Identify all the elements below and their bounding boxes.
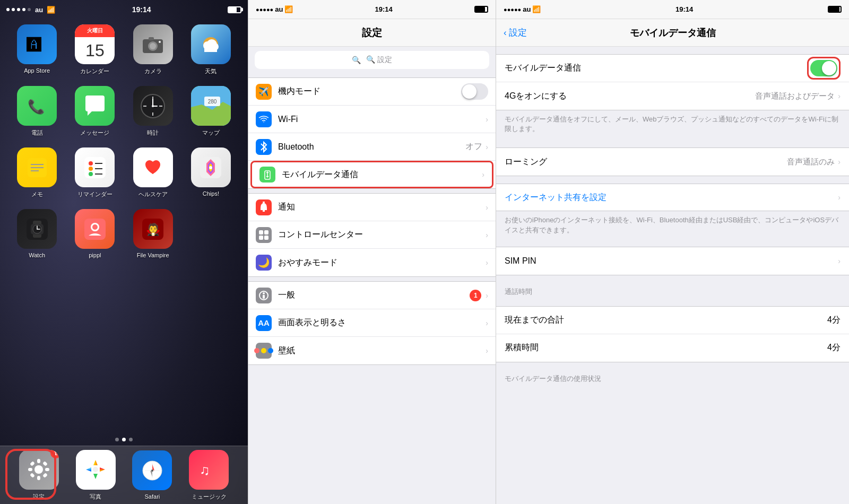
settings-search-area: 🔍 🔍 設定 [248, 47, 496, 73]
settings-title: 設定 [362, 26, 382, 40]
pippl-icon [75, 209, 115, 249]
svg-text:📞: 📞 [28, 98, 45, 115]
general-chevron: › [486, 291, 488, 300]
signal-dot2 [12, 8, 15, 11]
svg-rect-83 [263, 295, 265, 299]
calendar-day: 火曜日 [75, 24, 115, 37]
app-reminders[interactable]: リマインダー [68, 147, 121, 198]
svg-point-31 [89, 172, 93, 176]
camera-label: カメラ [144, 67, 162, 75]
app-maps[interactable]: 280 マップ [185, 86, 237, 137]
app-watch[interactable]: Watch [11, 209, 63, 258]
app-calendar[interactable]: 火曜日 15 カレンダー [68, 24, 121, 75]
mobile-data-chevron: › [482, 170, 484, 179]
detail-group-sim: SIM PIN › [496, 247, 849, 275]
music-label: ミュージック [192, 493, 227, 501]
stat-value-1: 4分 [827, 342, 841, 353]
back-button[interactable]: ‹ 設定 [504, 27, 527, 39]
app-clock[interactable]: 時計 [127, 86, 179, 137]
internet-sharing-row[interactable]: インターネット共有を設定 › [496, 184, 849, 211]
app-chips[interactable]: Chips! [185, 147, 237, 198]
app-filevampire[interactable]: 🧛 File Vampire [127, 209, 179, 258]
detail-row-simpin[interactable]: SIM PIN › [496, 247, 849, 275]
battery-fill [229, 7, 237, 12]
detail-carrier-left: ●●●●● au 📶 [504, 5, 541, 13]
dock-photos[interactable]: 写真 [76, 450, 116, 501]
page-dots [0, 433, 248, 446]
notifications-icon [256, 199, 272, 215]
svg-rect-10 [204, 48, 217, 52]
general-badge: 1 [470, 290, 481, 301]
page-dot-1 [115, 438, 119, 441]
app-camera[interactable]: カメラ [127, 24, 179, 75]
settings-row-mobile[interactable]: モバイルデータ通信 › [250, 161, 493, 188]
home-time: 19:14 [132, 5, 151, 14]
notes-label: メモ [31, 190, 43, 198]
svg-rect-61 [42, 473, 48, 478]
app-appstore[interactable]: 🅰 App Store [11, 24, 63, 75]
svg-point-20 [152, 105, 154, 107]
dnd-chevron: › [486, 258, 488, 267]
settings-row-wifi[interactable]: Wi-Fi › [248, 106, 496, 133]
app-pippl[interactable]: pippl [68, 209, 121, 258]
settings-row-dnd[interactable]: 🌙 おやすみモード › [248, 249, 496, 276]
stat-value-0: 4分 [827, 315, 841, 326]
settings-row-airplane[interactable]: ✈️ 機内モード [248, 78, 496, 106]
mobile-data-label: モバイルデータ通信 [282, 169, 482, 180]
chips-icon [191, 147, 231, 187]
settings-row-bluetooth[interactable]: Bluetooth オフ › [248, 133, 496, 161]
settings-badge: 1 [50, 450, 59, 458]
app-messages[interactable]: メッセージ [68, 86, 121, 137]
mobile-data-toggle[interactable] [810, 60, 837, 76]
app-health[interactable]: ヘルスケア [127, 147, 179, 198]
detail-page-title: モバイルデータ通信 [630, 27, 716, 39]
svg-rect-78 [264, 230, 268, 234]
photos-icon [76, 450, 116, 490]
watch-icon [17, 209, 57, 249]
settings-row-notifications[interactable]: 通知 › [248, 194, 496, 221]
svg-point-3 [150, 43, 156, 49]
calendar-label: カレンダー [80, 67, 109, 75]
airplane-toggle[interactable] [461, 83, 488, 100]
app-weather[interactable]: 天気 [185, 24, 237, 75]
dock-settings[interactable]: 1 設定 [19, 450, 59, 501]
detail-group-stats: 現在までの合計 4分 累積時間 4分 [496, 306, 849, 362]
settings-search-placeholder: 🔍 設定 [366, 55, 392, 65]
appstore-icon: 🅰 [17, 24, 57, 64]
dock-music[interactable]: ♫ ミュージック [189, 450, 229, 501]
home-wifi-icon: 📶 [47, 6, 55, 14]
svg-point-40 [209, 166, 212, 169]
controlcenter-icon [256, 227, 272, 243]
detail-row-4g[interactable]: 4Gをオンにする 音声通話およびデータ › [496, 82, 849, 110]
4g-chevron: › [838, 92, 841, 100]
detail-carrier: au [523, 5, 531, 13]
filevampire-label: File Vampire [137, 252, 169, 258]
mobile-data-icon [259, 167, 275, 183]
page-dot-3 [129, 438, 133, 441]
calendar-icon: 火曜日 15 [75, 24, 115, 64]
weather-icon [191, 24, 231, 64]
calendar-date: 15 [75, 37, 115, 64]
detail-wifi-icon: 📶 [532, 5, 541, 13]
mobile-toggle-highlight [807, 57, 841, 80]
detail-row-roaming[interactable]: ローミング 音声通話のみ › [496, 148, 849, 176]
dock-safari[interactable]: Safari [132, 450, 172, 500]
maps-icon: 280 [191, 86, 231, 126]
settings-row-controlcenter[interactable]: コントロールセンター › [248, 221, 496, 249]
detail-group-toggle: モバイルデータ通信 4Gをオンにする 音声通話およびデータ › [496, 54, 849, 110]
app-notes[interactable]: メモ [11, 147, 63, 198]
internet-sharing-label: インターネット共有を設定 [505, 192, 607, 203]
usage-header: モバイルデータ通信の使用状況 [496, 370, 849, 386]
svg-point-5 [159, 41, 161, 43]
display-label: 画面表示と明るさ [278, 317, 486, 328]
detail-battery-icon [828, 6, 842, 13]
svg-rect-55 [37, 476, 40, 480]
settings-search-box[interactable]: 🔍 🔍 設定 [255, 51, 489, 69]
display-chevron: › [486, 319, 488, 327]
settings-row-wallpaper[interactable]: 壁紙 › [248, 337, 496, 364]
settings-row-general[interactable]: 一般 1 › [248, 282, 496, 309]
app-phone[interactable]: 📞 電話 [11, 86, 63, 137]
settings-row-display[interactable]: AA 画面表示と明るさ › [248, 309, 496, 337]
detail-row-mobile-toggle[interactable]: モバイルデータ通信 [496, 55, 849, 82]
stat-row-0: 現在までの合計 4分 [496, 307, 849, 334]
